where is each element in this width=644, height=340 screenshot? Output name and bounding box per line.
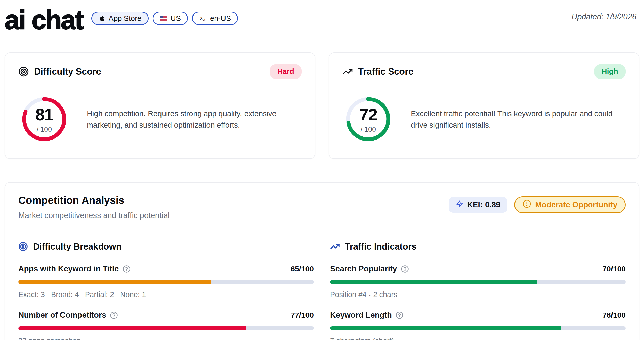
metric-label: Keyword Length — [330, 311, 392, 320]
kei-badge: KEI: 0.89 — [449, 197, 507, 213]
competition-subtitle: Market competitiveness and traffic poten… — [18, 211, 170, 220]
competition-header: Competition Analysis Market competitiven… — [18, 194, 626, 220]
score-cards-row: Difficulty Score Hard 81 / 100 High comp… — [5, 52, 639, 159]
trending-up-icon — [342, 66, 353, 77]
difficulty-score-value: 81 — [35, 105, 53, 124]
metric-keyword-length: Keyword Length 78/100 7 characters (shor… — [330, 311, 626, 340]
traffic-indicators-heading: Traffic Indicators — [345, 241, 416, 252]
traffic-score-card: Traffic Score High 72 / 100 Excellent tr… — [329, 52, 639, 159]
progress-bar — [330, 280, 626, 284]
header: ai chat App Store — [5, 6, 639, 34]
language-chip[interactable]: ẋ A en-US — [192, 12, 238, 25]
competition-title: Competition Analysis — [18, 194, 170, 206]
opportunity-badge-label: Moderate Opportunity — [535, 200, 617, 209]
metric-note: Exact: 3 Broad: 4 Partial: 2 None: 1 — [18, 290, 314, 299]
us-flag-icon — [160, 16, 167, 21]
metric-number-of-competitors: Number of Competitors 77/100 23 apps com… — [18, 311, 314, 340]
difficulty-breakdown-column: Difficulty Breakdown Apps with Keyword i… — [18, 241, 314, 340]
traffic-card-title: Traffic Score — [358, 66, 413, 77]
traffic-status-badge: High — [594, 64, 626, 79]
competition-badges: KEI: 0.89 Moderate Opportunity — [449, 196, 626, 213]
metric-note: Position #4 · 2 chars — [330, 290, 626, 299]
difficulty-score-denominator: / 100 — [37, 126, 52, 133]
metric-value: 70/100 — [602, 265, 626, 273]
difficulty-description: High competition. Requires strong app qu… — [87, 108, 295, 131]
metric-label: Search Popularity — [330, 264, 397, 273]
help-circle-icon[interactable] — [123, 265, 131, 273]
metric-note: 7 characters (short) — [330, 337, 626, 340]
difficulty-card-title: Difficulty Score — [34, 66, 101, 77]
traffic-description: Excellent traffic potential! This keywor… — [411, 108, 619, 131]
metric-label: Apps with Keyword in Title — [18, 264, 119, 273]
title-wrap: ai chat App Store — [5, 6, 238, 34]
opportunity-badge: Moderate Opportunity — [514, 196, 626, 213]
metric-value: 65/100 — [291, 265, 314, 273]
metric-value: 78/100 — [602, 311, 626, 319]
apple-icon — [99, 15, 105, 22]
traffic-indicators-column: Traffic Indicators Search Popularity 70/… — [330, 241, 626, 340]
translate-icon: ẋ A — [199, 14, 207, 22]
difficulty-gauge: 81 / 100 — [20, 95, 68, 143]
metric-value: 77/100 — [291, 311, 314, 319]
updated-timestamp: Updated: 1/9/2026 — [572, 12, 636, 21]
header-chips: App Store US — [91, 12, 238, 25]
page-title: ai chat — [5, 6, 83, 34]
difficulty-score-card: Difficulty Score Hard 81 / 100 High comp… — [5, 52, 315, 159]
country-chip-label: US — [171, 14, 181, 23]
competition-columns: Difficulty Breakdown Apps with Keyword i… — [18, 241, 626, 340]
svg-text:ẋ: ẋ — [200, 15, 203, 21]
app-store-chip-label: App Store — [109, 14, 141, 23]
difficulty-status-badge: Hard — [270, 64, 302, 79]
progress-bar — [18, 280, 314, 284]
traffic-gauge: 72 / 100 — [344, 95, 392, 143]
difficulty-breakdown-heading: Difficulty Breakdown — [33, 241, 121, 252]
svg-text:A: A — [203, 18, 206, 22]
language-chip-label: en-US — [210, 14, 231, 23]
metric-apps-with-keyword: Apps with Keyword in Title 65/100 Exact:… — [18, 264, 314, 299]
metric-note: 23 apps competing — [18, 337, 314, 340]
help-circle-icon[interactable] — [401, 265, 409, 273]
metric-search-popularity: Search Popularity 70/100 Position #4 · 2… — [330, 264, 626, 299]
trending-up-icon — [330, 242, 340, 251]
traffic-card-body: 72 / 100 Excellent traffic potential! Th… — [342, 95, 626, 143]
difficulty-card-header: Difficulty Score Hard — [18, 64, 302, 79]
help-circle-icon[interactable] — [110, 311, 118, 319]
keyword-analysis-page: ai chat App Store — [0, 0, 644, 340]
target-icon — [18, 242, 28, 251]
progress-bar — [330, 326, 626, 330]
country-chip[interactable]: US — [153, 12, 188, 25]
traffic-card-header: Traffic Score High — [342, 64, 626, 79]
traffic-score-denominator: / 100 — [361, 126, 376, 133]
difficulty-card-body: 81 / 100 High competition. Requires stro… — [18, 95, 302, 143]
alert-circle-icon — [523, 199, 531, 210]
kei-badge-label: KEI: 0.89 — [467, 200, 500, 209]
zap-icon — [456, 200, 463, 210]
target-icon — [18, 66, 29, 77]
traffic-score-value: 72 — [359, 105, 377, 124]
competition-analysis-card: Competition Analysis Market competitiven… — [5, 182, 639, 340]
app-store-chip[interactable]: App Store — [91, 12, 149, 25]
help-circle-icon[interactable] — [396, 311, 404, 319]
metric-label: Number of Competitors — [18, 311, 106, 320]
progress-bar — [18, 326, 314, 330]
